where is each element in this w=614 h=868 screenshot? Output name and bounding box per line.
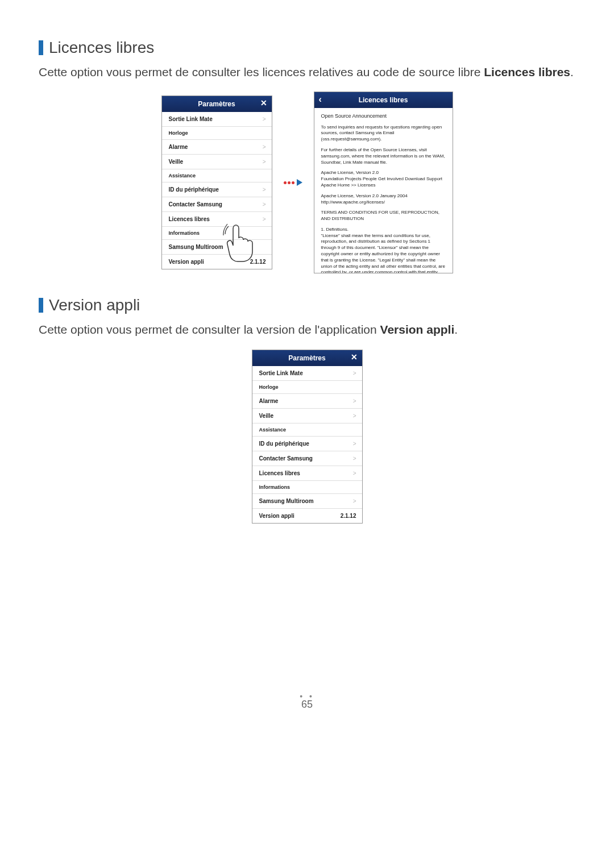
row-samsung-multiroom[interactable]: Samsung Multiroom — [162, 240, 272, 255]
chevron-right-icon: > — [263, 216, 266, 222]
settings-panel: Paramètres ✕ Sortie Link Mate > Horloge … — [161, 95, 272, 269]
panel-header: Paramètres ✕ — [252, 350, 362, 366]
chevron-right-icon: > — [353, 470, 356, 476]
version-value: 2.1.12 — [250, 259, 266, 265]
license-paragraph: TERMS AND CONDITIONS FOR USE, REPRODUCTI… — [321, 210, 446, 222]
row-label: Licences libres — [169, 216, 210, 222]
row-alarme[interactable]: Alarme > — [162, 140, 272, 155]
row-veille[interactable]: Veille > — [252, 409, 362, 423]
page-number: 65 — [301, 699, 313, 710]
heading-title: Version appli — [49, 296, 140, 314]
row-horloge-header: Horloge — [162, 127, 272, 140]
desc-text: Cette option vous permet de consulter la… — [39, 323, 380, 336]
row-horloge-header: Horloge — [252, 381, 362, 394]
row-label: Veille — [169, 159, 184, 165]
desc-text: Cette option vous permet de consulter le… — [39, 65, 484, 78]
screenshot-single: Paramètres ✕ Sortie Link Mate > Horloge … — [39, 350, 575, 524]
row-id-peripherique[interactable]: ID du périphérique > — [162, 182, 272, 197]
desc-bold: Version appli — [380, 323, 455, 336]
row-label: Sortie Link Mate — [259, 370, 303, 376]
row-informations-header: Informations — [162, 227, 272, 240]
desc-post: . — [454, 323, 458, 336]
close-icon[interactable]: ✕ — [260, 98, 267, 107]
license-paragraph: To send inquiries and requests for quest… — [321, 124, 446, 143]
section-heading: Version appli — [39, 296, 575, 314]
chevron-right-icon: > — [263, 201, 266, 207]
desc-bold: Licences libres — [484, 65, 570, 78]
row-licences-libres[interactable]: Licences libres > — [162, 212, 272, 227]
row-version-appli[interactable]: Version appli 2.1.12 — [162, 255, 272, 269]
section-licences-libres: Licences libres Cette option vous permet… — [39, 39, 575, 273]
license-paragraph: Apache License, Version 2.0 January 2004… — [321, 193, 446, 206]
chevron-right-icon: > — [353, 370, 356, 376]
panel-title: Paramètres — [198, 100, 235, 108]
license-announce: Open Source Announcement — [321, 113, 446, 119]
row-alarme[interactable]: Alarme > — [252, 394, 362, 409]
row-label: Contacter Samsung — [259, 455, 313, 462]
row-contacter-samsung[interactable]: Contacter Samsung > — [252, 451, 362, 466]
row-veille[interactable]: Veille > — [162, 155, 272, 169]
chevron-right-icon: > — [263, 144, 266, 150]
row-label: ID du périphérique — [169, 186, 219, 193]
row-label: Samsung Multiroom — [259, 498, 314, 504]
version-value: 2.1.12 — [341, 513, 356, 519]
row-informations-header: Informations — [252, 481, 362, 494]
row-sortie-link-mate[interactable]: Sortie Link Mate > — [252, 366, 362, 381]
footer-dots: • • — [39, 694, 575, 699]
section-heading: Licences libres — [39, 39, 575, 57]
page-footer: • • 65 — [39, 694, 575, 711]
row-label: Veille — [259, 413, 274, 419]
chevron-right-icon: > — [353, 413, 356, 419]
chevron-right-icon: > — [353, 398, 356, 404]
license-paragraph: For further details of the Open Source L… — [321, 147, 446, 165]
section-description: Cette option vous permet de consulter la… — [39, 321, 575, 338]
row-assistance-header: Assistance — [252, 423, 362, 437]
row-label: Sortie Link Mate — [169, 116, 213, 122]
chevron-right-icon: > — [263, 116, 266, 122]
section-description: Cette option vous permet de consulter le… — [39, 64, 575, 80]
license-text-body: Open Source Announcement To send inquiri… — [314, 108, 453, 273]
row-version-appli[interactable]: Version appli 2.1.12 — [252, 509, 362, 523]
screenshots-row: Paramètres ✕ Sortie Link Mate > Horloge … — [39, 92, 575, 273]
row-label: Alarme — [169, 144, 188, 150]
panel-title: Licences libres — [359, 96, 408, 104]
close-icon[interactable]: ✕ — [351, 352, 358, 362]
heading-marker — [39, 298, 43, 313]
heading-marker — [39, 40, 43, 55]
row-label: Contacter Samsung — [169, 201, 222, 207]
transition-arrow-icon — [284, 179, 302, 186]
license-paragraph: 1. Definitions. "License" shall mean the… — [321, 227, 446, 273]
chevron-right-icon: > — [353, 455, 356, 462]
chevron-right-icon: > — [263, 159, 266, 165]
chevron-right-icon: > — [353, 498, 356, 504]
panel-header: Paramètres ✕ — [162, 96, 272, 112]
settings-panel: Paramètres ✕ Sortie Link Mate > Horloge … — [252, 350, 363, 524]
licenses-panel: ‹ Licences libres Open Source Announceme… — [314, 92, 453, 273]
row-id-peripherique[interactable]: ID du périphérique > — [252, 437, 362, 451]
row-samsung-multiroom[interactable]: Samsung Multiroom > — [252, 494, 362, 509]
desc-post: . — [570, 65, 574, 78]
back-chevron-icon[interactable]: ‹ — [319, 94, 322, 105]
chevron-right-icon: > — [353, 441, 356, 447]
row-contacter-samsung[interactable]: Contacter Samsung > — [162, 197, 272, 212]
row-label: Version appli — [169, 259, 204, 265]
row-label: Alarme — [259, 398, 279, 404]
panel-header: ‹ Licences libres — [314, 92, 453, 108]
heading-title: Licences libres — [49, 39, 154, 57]
row-sortie-link-mate[interactable]: Sortie Link Mate > — [162, 112, 272, 127]
license-paragraph: Apache License, Version 2.0 Foundation P… — [321, 170, 446, 188]
row-label: Licences libres — [259, 470, 300, 476]
phone-screenshot-settings: Paramètres ✕ Sortie Link Mate > Horloge … — [161, 95, 272, 269]
panel-title: Paramètres — [288, 354, 325, 362]
row-label: ID du périphérique — [259, 441, 309, 447]
row-label: Version appli — [259, 513, 294, 519]
chevron-right-icon: > — [263, 186, 266, 193]
row-licences-libres[interactable]: Licences libres > — [252, 466, 362, 481]
row-assistance-header: Assistance — [162, 169, 272, 182]
row-label: Samsung Multiroom — [169, 244, 223, 250]
section-version-appli: Version appli Cette option vous permet d… — [39, 296, 575, 523]
